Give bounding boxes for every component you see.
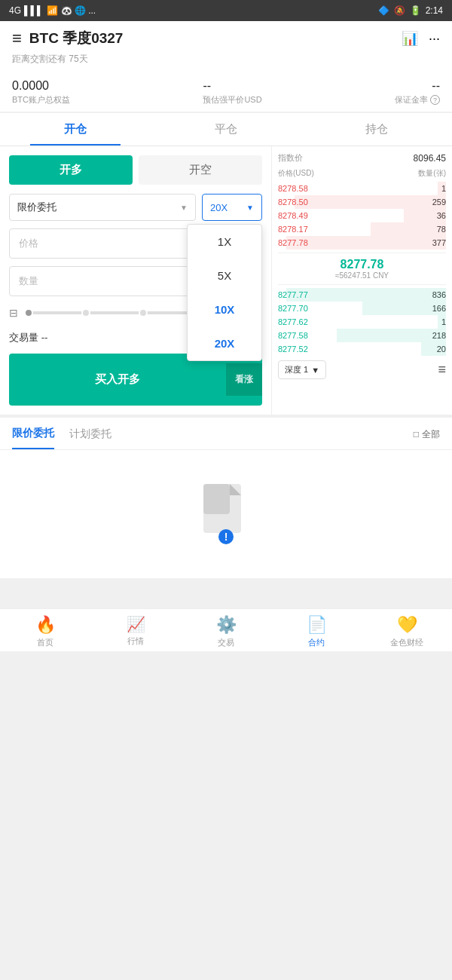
order-type-row: 限价委托 ▼ 20X ▼ 1X 5X 10X 20X <box>9 194 262 221</box>
margin-value: -- <box>395 79 440 93</box>
order-tabs-section: 限价委托 计划委托 □ 全部 ! <box>0 418 452 578</box>
orderbook-panel: 指数价 8096.45 价格(USD) 数量(张) 8278.58 1 8278… <box>271 146 452 415</box>
index-row: 指数价 8096.45 <box>278 152 446 164</box>
action-btn-tag: 看涨 <box>226 363 262 396</box>
action-btn-label: 买入开多 <box>9 372 226 387</box>
chevron-down-icon: ▼ <box>246 204 254 212</box>
buy-order-row: 8277.70 166 <box>278 302 446 315</box>
svg-rect-1 <box>203 484 230 514</box>
orderbook-view-icon[interactable]: ≡ <box>438 362 446 378</box>
buy-sell-toggle: 开多 开空 <box>9 155 262 185</box>
menu-icon[interactable]: ≡ <box>12 29 22 48</box>
index-label: 指数价 <box>278 152 303 164</box>
buy-button[interactable]: 开多 <box>9 155 133 185</box>
nav-trade[interactable]: ⚙️ 交易 <box>181 615 271 648</box>
filter-icon: □ <box>414 429 419 439</box>
order-tab-plan[interactable]: 计划委托 <box>69 427 111 449</box>
sell-order-row: 8278.58 1 <box>278 182 446 195</box>
market-icon: 📈 <box>127 615 145 633</box>
nav-market-label: 行情 <box>127 635 144 647</box>
tab-holdings[interactable]: 持仓 <box>301 113 452 145</box>
home-icon: 🔥 <box>35 615 56 635</box>
page-title: BTC 季度0327 <box>29 29 124 48</box>
margin-label: 保证金率 ? <box>395 94 440 106</box>
sell-order-row: 8278.49 36 <box>278 209 446 222</box>
trade-icon: ⚙️ <box>216 615 237 635</box>
info-icon[interactable]: ? <box>430 95 440 105</box>
leverage-option-20x[interactable]: 20X <box>188 326 261 360</box>
order-tab-all[interactable]: □ 全部 <box>414 428 440 449</box>
misc-icons: 🐼 🌐 ... <box>61 5 96 16</box>
battery-icon: 🔋 <box>410 5 421 16</box>
nav-contract-label: 合约 <box>308 637 325 648</box>
order-tabs-header: 限价委托 计划委托 □ 全部 <box>0 418 452 450</box>
sell-orders: 8278.58 1 8278.50 259 8278.49 36 8278.17… <box>278 182 446 250</box>
buy-order-row: 8277.77 836 <box>278 288 446 302</box>
leverage-label: 20X <box>210 202 228 213</box>
main-tabs: 开仓 平仓 持仓 <box>0 113 452 146</box>
tab-close-position[interactable]: 平仓 <box>151 113 301 145</box>
nav-home[interactable]: 🔥 首页 <box>0 615 90 648</box>
header-title-row: ≡ BTC 季度0327 <box>12 29 123 48</box>
leverage-select[interactable]: 20X ▼ <box>202 194 262 221</box>
mid-price: 8277.78 ≈56247.51 CNY <box>278 253 446 285</box>
account-equity-col: 0.0000 BTC账户总权益 <box>12 79 70 106</box>
slider-dot-25 <box>81 308 90 317</box>
slider-left-icon: ⊟ <box>9 307 18 319</box>
signal-bars: ▌▌▌ <box>24 5 44 16</box>
buy-order-row: 8277.58 218 <box>278 329 446 342</box>
nav-home-label: 首页 <box>37 637 53 648</box>
index-value: 8096.45 <box>414 153 446 164</box>
depth-label: 深度 1 <box>285 364 308 375</box>
nav-news-label: 金色财经 <box>390 637 423 648</box>
sell-order-row: 8277.78 377 <box>278 236 446 250</box>
leverage-option-5x[interactable]: 5X <box>188 259 261 292</box>
status-bar: 4G ▌▌▌ 📶 🐼 🌐 ... 🔷 🔕 🔋 2:14 <box>0 0 452 21</box>
account-info: 0.0000 BTC账户总权益 -- 预估强平价USD -- 保证金率 ? <box>0 73 452 112</box>
leverage-option-10x[interactable]: 10X <box>188 292 261 326</box>
bluetooth-icon: 🔷 <box>378 5 389 16</box>
nav-contract[interactable]: 📄 合约 <box>271 615 362 648</box>
col-headers: 价格(USD) 数量(张) <box>278 168 446 179</box>
wifi-icon: 📶 <box>47 5 58 16</box>
bottom-navigation: 🔥 首页 📈 行情 ⚙️ 交易 📄 合约 💛 金色财经 <box>0 608 452 651</box>
contract-icon: 📄 <box>307 615 327 635</box>
leverage-option-1x[interactable]: 1X <box>188 225 261 259</box>
svg-text:!: ! <box>224 531 228 543</box>
chevron-down-icon: ▼ <box>180 204 188 212</box>
chart-icon[interactable]: 📊 <box>402 30 418 47</box>
sell-button[interactable]: 开空 <box>139 155 262 185</box>
empty-state: ! <box>0 450 452 578</box>
liquidation-label: 预估强平价USD <box>203 94 261 106</box>
nav-market[interactable]: 📈 行情 <box>90 615 181 648</box>
depth-select[interactable]: 深度 1 ▼ <box>278 360 326 379</box>
equity-value: 0.0000 <box>12 79 70 93</box>
depth-row: 深度 1 ▼ ≡ <box>278 360 446 379</box>
action-button[interactable]: 买入开多 看涨 <box>9 354 262 406</box>
main-content: 开多 开空 限价委托 ▼ 20X ▼ 1X 5X 10X <box>0 146 452 415</box>
qty-col-header: 数量(张) <box>418 168 446 179</box>
buy-order-row: 8277.62 1 <box>278 315 446 329</box>
mid-price-cny: ≈56247.51 CNY <box>278 271 446 280</box>
empty-document-icon: ! <box>196 480 256 548</box>
more-icon[interactable]: ··· <box>429 31 440 47</box>
news-icon: 💛 <box>397 615 417 635</box>
nav-news[interactable]: 💛 金色财经 <box>362 615 452 648</box>
equity-label: BTC账户总权益 <box>12 94 70 106</box>
sell-order-row: 8278.50 259 <box>278 195 446 209</box>
liquidation-value: -- <box>203 79 261 93</box>
mute-icon: 🔕 <box>394 5 405 16</box>
margin-col: -- 保证金率 ? <box>395 79 440 106</box>
order-type-select[interactable]: 限价委托 ▼ <box>9 194 196 221</box>
leverage-dropdown: 1X 5X 10X 20X <box>187 224 262 361</box>
volume-value: -- <box>41 332 48 343</box>
tab-open-position[interactable]: 开仓 <box>0 113 151 145</box>
order-tab-limit[interactable]: 限价委托 <box>12 427 54 449</box>
order-type-label: 限价委托 <box>17 201 56 214</box>
time-display: 2:14 <box>426 5 443 16</box>
slider-dot-0 <box>24 308 33 317</box>
status-left: 4G ▌▌▌ 📶 🐼 🌐 ... <box>9 5 96 16</box>
buy-orders: 8277.77 836 8277.70 166 8277.62 1 8277.5… <box>278 288 446 356</box>
status-right: 🔷 🔕 🔋 2:14 <box>378 5 443 16</box>
depth-arrow: ▼ <box>311 366 319 375</box>
